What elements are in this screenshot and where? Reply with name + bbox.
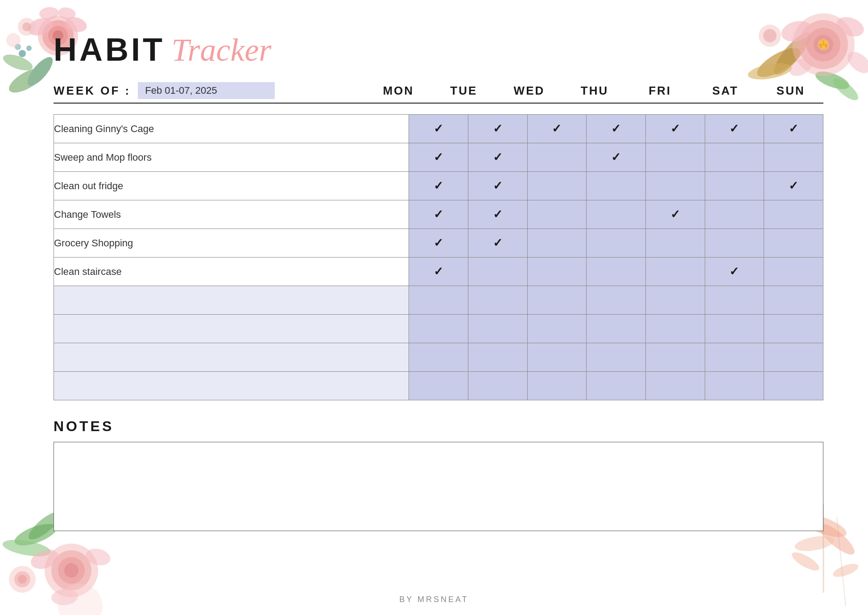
habit-name-cell bbox=[54, 372, 409, 400]
check-cell[interactable] bbox=[527, 372, 587, 400]
title-habit: HABIT bbox=[54, 32, 165, 67]
check-cell[interactable] bbox=[764, 286, 823, 315]
check-cell[interactable]: ✓ bbox=[468, 229, 527, 258]
check-cell[interactable] bbox=[645, 172, 705, 200]
check-cell[interactable]: ✓ bbox=[645, 200, 705, 229]
check-cell[interactable]: ✓ bbox=[587, 143, 646, 172]
check-cell[interactable]: ✓ bbox=[468, 200, 527, 229]
check-cell[interactable]: ✓ bbox=[764, 115, 823, 143]
check-cell[interactable] bbox=[527, 143, 587, 172]
check-cell[interactable] bbox=[705, 200, 764, 229]
check-cell[interactable] bbox=[587, 372, 646, 400]
svg-point-56 bbox=[789, 549, 822, 574]
main-content: HABIT Tracker WEEK OF : MON TUE WED THU … bbox=[0, 0, 868, 551]
check-cell[interactable] bbox=[587, 343, 646, 372]
check-cell[interactable] bbox=[645, 258, 705, 286]
check-cell[interactable] bbox=[705, 172, 764, 200]
check-cell[interactable] bbox=[527, 315, 587, 343]
check-cell[interactable] bbox=[587, 315, 646, 343]
check-cell[interactable] bbox=[645, 143, 705, 172]
check-cell[interactable] bbox=[409, 315, 468, 343]
check-cell[interactable]: ✓ bbox=[587, 115, 646, 143]
check-cell[interactable] bbox=[764, 143, 823, 172]
check-cell[interactable] bbox=[587, 258, 646, 286]
check-cell[interactable] bbox=[587, 200, 646, 229]
check-cell[interactable]: ✓ bbox=[705, 115, 764, 143]
day-thu: THU bbox=[562, 84, 628, 98]
check-cell[interactable] bbox=[409, 372, 468, 400]
check-cell[interactable]: ✓ bbox=[409, 172, 468, 200]
check-cell[interactable] bbox=[705, 343, 764, 372]
table-row bbox=[54, 372, 823, 400]
check-cell[interactable] bbox=[705, 143, 764, 172]
check-cell[interactable]: ✓ bbox=[409, 200, 468, 229]
title-block: HABIT Tracker bbox=[54, 31, 271, 69]
week-row: WEEK OF : MON TUE WED THU FRI SAT SUN bbox=[54, 82, 823, 99]
check-cell[interactable]: ✓ bbox=[527, 115, 587, 143]
check-cell[interactable] bbox=[645, 286, 705, 315]
check-cell[interactable]: ✓ bbox=[468, 143, 527, 172]
check-cell[interactable]: ✓ bbox=[409, 258, 468, 286]
check-cell[interactable] bbox=[527, 286, 587, 315]
check-cell[interactable] bbox=[705, 315, 764, 343]
table-row: Change Towels✓✓✓ bbox=[54, 200, 823, 229]
habit-name-cell: Change Towels bbox=[54, 200, 409, 229]
check-cell[interactable] bbox=[705, 229, 764, 258]
check-cell[interactable] bbox=[587, 172, 646, 200]
check-cell[interactable] bbox=[468, 258, 527, 286]
check-cell[interactable] bbox=[409, 286, 468, 315]
habit-name-cell bbox=[54, 315, 409, 343]
week-date-input[interactable] bbox=[138, 82, 275, 99]
check-cell[interactable] bbox=[764, 343, 823, 372]
check-cell[interactable] bbox=[527, 200, 587, 229]
svg-point-43 bbox=[64, 563, 79, 578]
footer: BY MRSNEAT bbox=[0, 595, 868, 604]
check-cell[interactable] bbox=[645, 372, 705, 400]
check-cell[interactable]: ✓ bbox=[764, 172, 823, 200]
check-cell[interactable]: ✓ bbox=[645, 115, 705, 143]
check-cell[interactable] bbox=[764, 258, 823, 286]
check-cell[interactable] bbox=[764, 200, 823, 229]
check-cell[interactable] bbox=[527, 172, 587, 200]
check-cell[interactable] bbox=[645, 315, 705, 343]
check-cell[interactable]: ✓ bbox=[468, 172, 527, 200]
habit-name-cell: Grocery Shopping bbox=[54, 229, 409, 258]
notes-textarea[interactable] bbox=[54, 442, 823, 531]
check-cell[interactable]: ✓ bbox=[409, 143, 468, 172]
check-cell[interactable] bbox=[409, 343, 468, 372]
check-cell[interactable] bbox=[645, 343, 705, 372]
check-cell[interactable] bbox=[764, 229, 823, 258]
check-cell[interactable] bbox=[468, 315, 527, 343]
check-cell[interactable] bbox=[645, 229, 705, 258]
check-cell[interactable] bbox=[527, 258, 587, 286]
title-tracker: Tracker bbox=[171, 32, 271, 68]
habit-name-cell: Clean staircase bbox=[54, 258, 409, 286]
day-fri: FRI bbox=[627, 84, 693, 98]
check-cell[interactable]: ✓ bbox=[468, 115, 527, 143]
habit-name-cell bbox=[54, 286, 409, 315]
check-cell[interactable] bbox=[764, 315, 823, 343]
check-cell[interactable]: ✓ bbox=[409, 115, 468, 143]
notes-section: NOTES bbox=[54, 418, 823, 533]
habit-name-cell: Clean out fridge bbox=[54, 172, 409, 200]
check-cell[interactable] bbox=[587, 286, 646, 315]
day-mon: MON bbox=[366, 84, 431, 98]
check-cell[interactable] bbox=[527, 343, 587, 372]
check-cell[interactable]: ✓ bbox=[409, 229, 468, 258]
check-cell[interactable] bbox=[705, 372, 764, 400]
check-cell[interactable] bbox=[468, 343, 527, 372]
check-cell[interactable] bbox=[764, 372, 823, 400]
check-cell[interactable] bbox=[468, 286, 527, 315]
svg-point-49 bbox=[18, 575, 27, 584]
header-divider bbox=[54, 103, 823, 104]
check-cell[interactable] bbox=[705, 286, 764, 315]
svg-point-48 bbox=[14, 571, 30, 587]
habit-name-cell bbox=[54, 343, 409, 372]
day-wed: WED bbox=[496, 84, 562, 98]
check-cell[interactable] bbox=[468, 372, 527, 400]
check-cell[interactable]: ✓ bbox=[705, 258, 764, 286]
habit-name-cell: Sweep and Mop floors bbox=[54, 143, 409, 172]
day-headers: MON TUE WED THU FRI SAT SUN bbox=[366, 84, 823, 98]
check-cell[interactable] bbox=[527, 229, 587, 258]
check-cell[interactable] bbox=[587, 229, 646, 258]
